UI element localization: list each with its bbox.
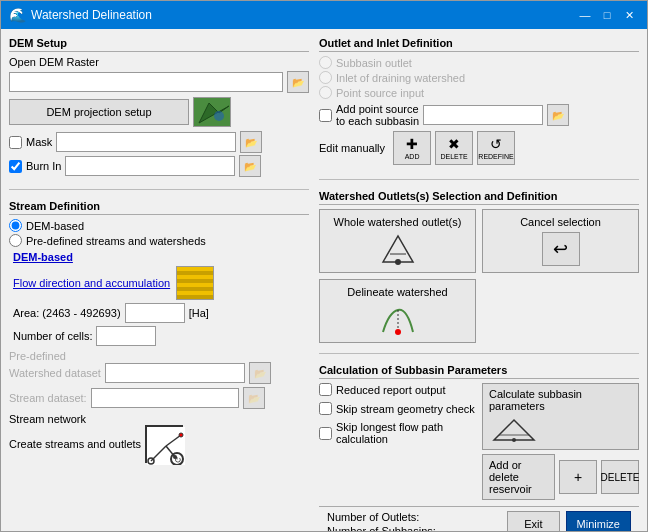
open-dem-row: Open DEM Raster	[9, 56, 309, 68]
whole-watershed-label: Whole watershed outlet(s)	[334, 216, 462, 228]
cells-label: Number of cells:	[13, 330, 92, 342]
area-input[interactable]: 4000	[125, 303, 185, 323]
dem-projection-button[interactable]: DEM projection setup	[9, 99, 189, 125]
reduced-report-checkbox[interactable]	[319, 383, 332, 396]
open-dem-label: Open DEM Raster	[9, 56, 99, 68]
bottom-buttons: Exit Minimize	[507, 511, 631, 531]
minimize-button[interactable]: —	[575, 5, 595, 25]
reservoir-delete-label: DELETE	[601, 472, 640, 483]
pre-defined-radio[interactable]	[9, 234, 22, 247]
watershed-dataset-label: Watershed dataset	[9, 367, 101, 379]
stream-network-section: Stream network Create streams and outlet…	[9, 413, 309, 463]
inlet-draining-radio[interactable]	[319, 71, 332, 84]
calc-left: Reduced report output Skip stream geomet…	[319, 383, 476, 500]
main-window: 🌊 Watershed Delineation — □ ✕ DEM Setup …	[0, 0, 648, 532]
calc-subbasin-icon-row	[489, 415, 632, 445]
point-source-radio[interactable]	[319, 86, 332, 99]
add-delete-reservoir-card[interactable]: Add or delete reservoir	[482, 454, 555, 500]
edit-manually-row: Edit manually ✚ ADD ✖ DELETE ↺ REDEFINE	[319, 131, 639, 165]
whole-watershed-card[interactable]: Whole watershed outlet(s)	[319, 209, 476, 273]
pre-defined-section-label: Pre-defined	[9, 350, 309, 362]
window-title: Watershed Delineation	[31, 8, 152, 22]
dem-path-row: C:\Users\wltan\Desktop\博士项目\2024.6.5\Wat…	[9, 71, 309, 93]
add-button[interactable]: ✚ ADD	[393, 131, 431, 165]
calc-title: Calculation of Subbasin Parameters	[319, 364, 639, 379]
add-delete-reservoir-row: Add or delete reservoir + DELETE	[482, 454, 639, 500]
minimize-dialog-button[interactable]: Minimize	[566, 511, 631, 531]
dem-based-label: DEM-based	[26, 220, 84, 232]
cancel-selection-card[interactable]: Cancel selection ↩	[482, 209, 639, 273]
title-bar-controls: — □ ✕	[575, 5, 639, 25]
right-panel: Outlet and Inlet Definition Subbasin out…	[319, 37, 639, 523]
close-button[interactable]: ✕	[619, 5, 639, 25]
reduced-report-row: Reduced report output	[319, 383, 476, 396]
subbasin-outlet-label: Subbasin outlet	[336, 57, 412, 69]
svg-point-22	[512, 438, 516, 442]
content-area: DEM Setup Open DEM Raster C:\Users\wltan…	[1, 29, 647, 531]
calc-section: Calculation of Subbasin Parameters Reduc…	[319, 364, 639, 500]
pre-defined-label: Pre-defined streams and watersheds	[26, 235, 206, 247]
delineate-watershed-icon	[326, 302, 469, 336]
stream-network-label: Stream network	[9, 413, 309, 425]
undo-icon: ↩	[542, 232, 580, 266]
add-by-table-browse[interactable]: 📂	[547, 104, 569, 126]
dem-browse-button[interactable]: 📂	[287, 71, 309, 93]
dem-projection-row: DEM projection setup	[9, 97, 309, 127]
maximize-button[interactable]: □	[597, 5, 617, 25]
redefine-button[interactable]: ↺ REDEFINE	[477, 131, 515, 165]
burn-in-browse-button[interactable]: 📂	[239, 155, 261, 177]
bottom-bar: Number of Outlets: Number of Subbasins: …	[319, 506, 639, 531]
skip-longest-row: Skip longest flow path calculation	[319, 421, 476, 445]
stream-dataset-input[interactable]	[91, 388, 239, 408]
stream-def-title: Stream Definition	[9, 200, 309, 215]
dem-based-radio-row: DEM-based	[9, 219, 309, 232]
mask-input[interactable]	[56, 132, 236, 152]
cells-input[interactable]: 6452	[96, 326, 156, 346]
reservoir-delete-button[interactable]: DELETE	[601, 460, 639, 494]
mask-label: Mask	[26, 136, 52, 148]
inlet-draining-row: Inlet of draining watershed	[319, 71, 639, 84]
dem-path-input[interactable]: C:\Users\wltan\Desktop\博士项目\2024.6.5\Wat…	[9, 72, 283, 92]
svg-point-18	[395, 329, 401, 335]
cancel-selection-icon: ↩	[489, 232, 632, 266]
stream-network-icon[interactable]: ↻	[145, 425, 183, 463]
svg-point-8	[179, 433, 183, 437]
burn-in-input[interactable]: C:\Users\wltan\Desktop\博士项目\2024.6	[65, 156, 235, 176]
watershed-dataset-input[interactable]	[105, 363, 245, 383]
add-delete-reservoir-label: Add or delete reservoir	[489, 459, 532, 495]
delineate-watershed-label: Delineate watershed	[347, 286, 447, 298]
calc-right: Calculate subbasin parameters	[482, 383, 639, 500]
dem-based-sub-label: DEM-based	[13, 251, 309, 263]
dem-based-radio[interactable]	[9, 219, 22, 232]
add-by-table-input[interactable]: Add by Table	[423, 105, 543, 125]
burn-in-checkbox[interactable]	[9, 160, 22, 173]
delete-button[interactable]: ✖ DELETE	[435, 131, 473, 165]
map-icon	[193, 97, 231, 127]
add-point-checkbox[interactable]	[319, 109, 332, 122]
delineate-watershed-card[interactable]: Delineate watershed	[319, 279, 476, 343]
skip-stream-checkbox[interactable]	[319, 402, 332, 415]
exit-button[interactable]: Exit	[507, 511, 559, 531]
calc-subbasin-card[interactable]: Calculate subbasin parameters	[482, 383, 639, 450]
subbasin-outlet-radio[interactable]	[319, 56, 332, 69]
app-icon: 🌊	[9, 7, 25, 23]
reservoir-add-button[interactable]: +	[559, 460, 597, 494]
burn-in-row: Burn In C:\Users\wltan\Desktop\博士项目\2024…	[9, 155, 309, 177]
mask-browse-button[interactable]: 📂	[240, 131, 262, 153]
dem-setup-section: DEM Setup Open DEM Raster C:\Users\wltan…	[9, 37, 309, 179]
watershed-browse-button[interactable]: 📂	[249, 362, 271, 384]
mask-checkbox[interactable]	[9, 136, 22, 149]
outlets-label: Number of Outlets:	[327, 511, 436, 523]
flow-dir-label[interactable]: Flow direction and accumulation	[13, 277, 170, 289]
whole-watershed-icon	[326, 232, 469, 266]
dem-setup-title: DEM Setup	[9, 37, 309, 52]
skip-stream-label: Skip stream geometry check	[336, 403, 475, 415]
cells-row: Number of cells: 6452	[13, 326, 309, 346]
add-point-label: Add point sourceto each subbasin	[336, 103, 419, 127]
stream-dataset-label: Stream dataset:	[9, 392, 87, 404]
svg-text:↻: ↻	[174, 455, 182, 465]
bottom-info: Number of Outlets: Number of Subbasins:	[327, 511, 436, 531]
stream-dataset-browse-button[interactable]: 📂	[243, 387, 265, 409]
skip-longest-checkbox[interactable]	[319, 427, 332, 440]
flow-dir-row: Flow direction and accumulation	[13, 266, 309, 300]
